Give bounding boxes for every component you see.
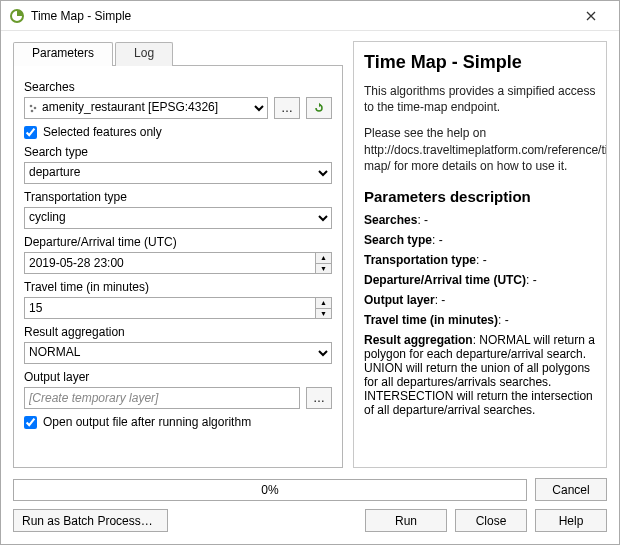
departure-time-input[interactable] xyxy=(24,252,332,274)
help-button[interactable]: Help xyxy=(535,509,607,532)
run-batch-button[interactable]: Run as Batch Process… xyxy=(13,509,168,532)
tab-log[interactable]: Log xyxy=(115,42,173,66)
label-selected-features: Selected features only xyxy=(43,125,162,139)
label-search-type: Search type xyxy=(24,145,332,159)
output-layer-input[interactable] xyxy=(24,387,300,409)
help-title: Time Map - Simple xyxy=(364,52,596,73)
cancel-button[interactable]: Cancel xyxy=(535,478,607,501)
label-transportation-type: Transportation type xyxy=(24,190,332,204)
transportation-type-combo[interactable] xyxy=(24,207,332,229)
left-column: Parameters Log Searches amenity_re xyxy=(13,41,343,468)
result-aggregation-combo[interactable] xyxy=(24,342,332,364)
progress-bar: 0% xyxy=(13,479,527,501)
hp-departure: Departure/Arrival time (UTC) xyxy=(364,273,526,287)
label-departure-time: Departure/Arrival time (UTC) xyxy=(24,235,332,249)
window-title: Time Map - Simple xyxy=(31,9,571,23)
hp-travel: Travel time (in minutes) xyxy=(364,313,498,327)
travel-time-input[interactable] xyxy=(24,297,332,319)
help-intro: This algorithms provides a simpified acc… xyxy=(364,83,596,115)
searches-browse-button[interactable]: … xyxy=(274,97,300,119)
output-layer-browse-button[interactable]: … xyxy=(306,387,332,409)
window-close-button[interactable] xyxy=(571,2,611,30)
hp-search-type: Search type xyxy=(364,233,432,247)
help-see: Please see the help on http://docs.trave… xyxy=(364,125,596,174)
chevron-down-icon: ▼ xyxy=(315,308,331,319)
iterate-icon xyxy=(313,101,325,115)
titlebar: Time Map - Simple xyxy=(1,1,619,31)
label-travel-time: Travel time (in minutes) xyxy=(24,280,332,294)
app-icon xyxy=(9,8,25,24)
chevron-up-icon: ▲ xyxy=(315,298,331,308)
close-icon xyxy=(586,11,596,21)
tab-bar: Parameters Log xyxy=(13,41,343,65)
close-button[interactable]: Close xyxy=(455,509,527,532)
chevron-down-icon: ▼ xyxy=(315,263,331,274)
help-panel: Time Map - Simple This algorithms provid… xyxy=(353,41,607,468)
tab-parameters[interactable]: Parameters xyxy=(13,42,113,66)
progress-value: 0% xyxy=(261,483,278,497)
dialog-body: Parameters Log Searches amenity_re xyxy=(1,31,619,474)
travel-time-stepper[interactable]: ▲ ▼ xyxy=(315,298,331,318)
parameters-panel: Searches amenity_restaurant [EPSG:4326] xyxy=(13,65,343,468)
label-open-output: Open output file after running algorithm xyxy=(43,415,251,429)
hp-transportation: Transportation type xyxy=(364,253,476,267)
label-output-layer: Output layer xyxy=(24,370,332,384)
footer: 0% Cancel Run as Batch Process… Run Clos… xyxy=(1,474,619,544)
run-button[interactable]: Run xyxy=(365,509,447,532)
label-searches: Searches xyxy=(24,80,332,94)
hp-result-agg: Result aggregation xyxy=(364,333,473,347)
search-type-combo[interactable] xyxy=(24,162,332,184)
hp-searches: Searches xyxy=(364,213,417,227)
departure-time-stepper[interactable]: ▲ ▼ xyxy=(315,253,331,273)
searches-combo[interactable] xyxy=(24,97,268,119)
help-params-heading: Parameters description xyxy=(364,188,596,205)
open-output-checkbox[interactable] xyxy=(24,416,37,429)
dialog-window: Time Map - Simple Parameters Log Searche… xyxy=(0,0,620,545)
label-result-aggregation: Result aggregation xyxy=(24,325,332,339)
searches-iterate-button[interactable] xyxy=(306,97,332,119)
chevron-up-icon: ▲ xyxy=(315,253,331,263)
selected-features-checkbox[interactable] xyxy=(24,126,37,139)
hp-output: Output layer xyxy=(364,293,435,307)
